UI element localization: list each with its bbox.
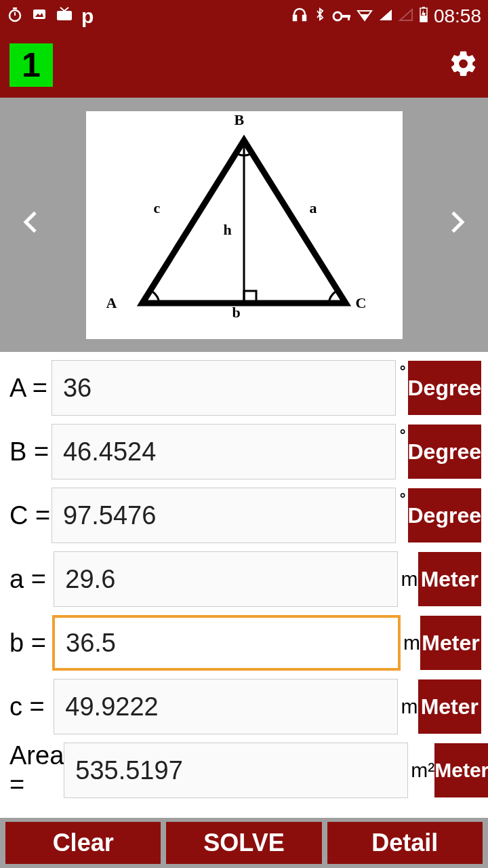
unit-btn-A[interactable]: Degree <box>408 361 482 415</box>
clock-time: 08:58 <box>434 5 481 27</box>
status-right: 08:58 <box>291 5 481 27</box>
status-bar: p 08:58 <box>0 0 488 33</box>
bottom-bar: Clear SOLVE Detail <box>0 818 488 868</box>
label-c: c = <box>7 692 54 722</box>
picture-icon <box>31 6 47 26</box>
diagram-area: A B C c a b h <box>0 98 488 352</box>
wifi-icon <box>357 7 373 26</box>
side-c: c <box>154 199 161 217</box>
svg-rect-10 <box>348 15 350 20</box>
vertex-B: B <box>235 111 245 129</box>
stopwatch-icon <box>7 6 23 26</box>
tv-icon <box>56 6 73 26</box>
row-B: B = ° Degree <box>7 422 481 481</box>
input-A[interactable] <box>52 360 396 416</box>
svg-rect-3 <box>33 9 45 19</box>
label-area: Area = <box>7 741 64 800</box>
vertex-A: A <box>106 294 117 312</box>
app-badge: 1 <box>9 43 53 87</box>
chevron-right-icon[interactable] <box>437 210 478 240</box>
row-a: a = m Meter <box>7 550 481 608</box>
input-b[interactable] <box>52 615 401 671</box>
input-C[interactable] <box>52 488 396 543</box>
inputs-panel: A = ° Degree B = ° Degree C = ° Degree a… <box>0 352 488 800</box>
unit-A: ° <box>396 359 408 380</box>
side-a: a <box>310 199 317 217</box>
unit-C: ° <box>396 486 408 508</box>
unit-c: m <box>398 695 418 718</box>
detail-button[interactable]: Detail <box>327 822 483 864</box>
unit-a: m <box>398 568 418 591</box>
headphones-icon <box>291 6 308 26</box>
row-C: C = ° Degree <box>7 486 481 545</box>
input-a[interactable] <box>54 551 398 607</box>
label-b: b = <box>7 629 52 658</box>
unit-area: m² <box>408 759 434 782</box>
row-c: c = m Meter <box>7 677 481 736</box>
svg-rect-1 <box>13 7 17 9</box>
gear-icon[interactable] <box>449 49 479 81</box>
bluetooth-icon <box>313 6 327 26</box>
label-a: a = <box>7 565 54 594</box>
svg-rect-16 <box>422 7 425 8</box>
side-b: b <box>232 304 241 321</box>
input-B[interactable] <box>52 424 396 479</box>
label-B: B = <box>7 437 52 467</box>
label-C: C = <box>7 501 52 530</box>
signal-empty-icon <box>399 7 413 26</box>
row-b: b = m Meter <box>7 614 481 672</box>
svg-rect-6 <box>293 16 296 20</box>
unit-b: m <box>401 631 420 654</box>
signal-icon <box>378 7 393 26</box>
battery-icon <box>419 6 428 26</box>
row-area: Area = m² Meter² <box>7 741 481 800</box>
height-h: h <box>224 221 232 239</box>
svg-marker-14 <box>400 9 412 20</box>
key-icon <box>332 7 351 26</box>
chevron-left-icon[interactable] <box>10 210 51 240</box>
row-A: A = ° Degree <box>7 359 481 417</box>
unit-btn-C[interactable]: Degree <box>408 488 482 542</box>
svg-marker-13 <box>380 9 392 20</box>
p-icon: p <box>81 5 94 28</box>
status-left: p <box>7 5 94 28</box>
triangle-diagram: A B C c a b h <box>86 111 403 339</box>
unit-btn-area[interactable]: Meter² <box>434 743 488 797</box>
unit-B: ° <box>396 422 408 444</box>
unit-btn-b[interactable]: Meter <box>420 616 481 670</box>
input-c[interactable] <box>54 679 398 734</box>
clear-button[interactable]: Clear <box>5 822 161 864</box>
svg-rect-5 <box>57 11 72 20</box>
app-bar: 1 <box>0 33 488 98</box>
unit-btn-a[interactable]: Meter <box>418 552 481 606</box>
svg-point-8 <box>333 12 342 20</box>
unit-btn-c[interactable]: Meter <box>418 679 481 734</box>
solve-button[interactable]: SOLVE <box>166 822 321 864</box>
vertex-C: C <box>356 294 367 312</box>
unit-btn-B[interactable]: Degree <box>408 425 482 479</box>
input-area[interactable] <box>64 743 408 798</box>
label-A: A = <box>7 374 52 403</box>
svg-rect-7 <box>303 16 306 20</box>
